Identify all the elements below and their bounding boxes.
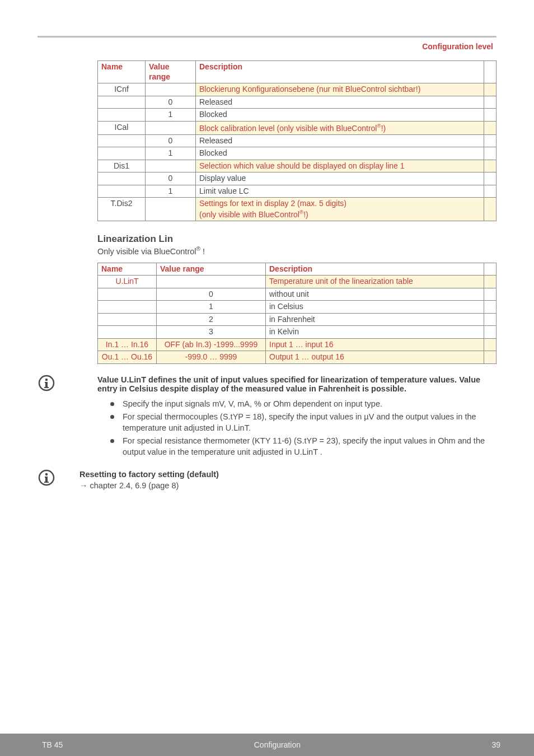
th-value-range: Value range: [146, 61, 196, 83]
cell-desc: Block calibration level (only visible wi…: [196, 121, 484, 134]
table-header-row: Name Value range Description: [98, 61, 496, 83]
svg-point-3: [45, 473, 48, 476]
cell-name: [98, 313, 157, 326]
parameter-table-1: Name Value range Description ICnf Blocki…: [97, 60, 496, 221]
table-row: 3 in Kelvin: [98, 326, 496, 339]
cell-desc: Released: [196, 134, 484, 147]
cell-desc: Blocked: [196, 109, 484, 122]
table-row: In.1 … In.16 OFF (ab In.3) -1999...9999 …: [98, 338, 496, 351]
cell-desc: in Fahrenheit: [266, 313, 484, 326]
cell-name: [98, 301, 157, 314]
cell-vr: 1: [146, 147, 196, 160]
cell-end: [484, 160, 496, 172]
cell-vr: [146, 121, 196, 134]
cell-name: [98, 185, 146, 198]
cell-name: Ou.1 … Ou.16: [98, 351, 157, 364]
table-row: 1 in Celsius: [98, 301, 496, 314]
cell-name: [98, 288, 157, 301]
cell-name: [98, 172, 146, 185]
table-row: 0 Display value: [98, 172, 496, 185]
cell-name: [98, 147, 146, 160]
cell-name: ICal: [98, 121, 146, 134]
cell-desc: Limit value LC: [196, 185, 484, 198]
cell-desc: Released: [196, 96, 484, 109]
th-description: Description: [266, 263, 484, 276]
cell-end: [484, 147, 496, 160]
table-header-row: Name Value range Description: [98, 263, 496, 276]
table-row: ICnf Blockierung Konfigurationsebene (nu…: [98, 83, 496, 96]
cell-desc: Output 1 … output 16: [266, 351, 484, 364]
info-icon: [38, 469, 55, 487]
linearization-table: Name Value range Description U.LinT Temp…: [97, 263, 496, 364]
cell-vr: 1: [157, 301, 266, 314]
cell-name: In.1 … In.16: [98, 338, 157, 351]
table-row: 1 Blocked: [98, 147, 496, 160]
list-item: For special thermocouples (S.tYP = 18), …: [110, 412, 496, 433]
cell-name: Dis1: [98, 160, 146, 172]
cell-vr: [157, 276, 266, 288]
table-row: Ou.1 … Ou.16 -999.0 … 9999 Output 1 … ou…: [98, 351, 496, 364]
cell-vr: 0: [146, 134, 196, 147]
info-note-1: Value U.LinT defines the unit of input v…: [97, 375, 496, 393]
cell-name: T.Dis2: [98, 198, 146, 221]
cell-desc: Display value: [196, 172, 484, 185]
cell-vr: 1: [146, 185, 196, 198]
bullet-list: Specify the input signals mV, V, mA, % o…: [110, 399, 496, 458]
footer-page-number: 39: [491, 740, 500, 749]
cell-end: [484, 338, 496, 351]
reset-heading: Resetting to factory setting (default): [79, 470, 496, 479]
cell-end: [484, 351, 496, 364]
cell-end: [484, 83, 496, 96]
cell-end: [484, 172, 496, 185]
th-end: [484, 263, 496, 276]
section-title: Configuration level: [422, 42, 493, 51]
cell-desc: Blockierung Konfigurationsebene (nur mit…: [196, 83, 484, 96]
cell-desc: Temperature unit of the linearization ta…: [266, 276, 484, 288]
table-row: U.LinT Temperature unit of the lineariza…: [98, 276, 496, 288]
table-row: T.Dis2 Settings for text in display 2 (m…: [98, 198, 496, 221]
cell-vr: [146, 83, 196, 96]
table-row: 0 without unit: [98, 288, 496, 301]
table-row: 1 Blocked: [98, 109, 496, 122]
cell-vr: 0: [157, 288, 266, 301]
cell-vr: [146, 160, 196, 172]
cell-desc: without unit: [266, 288, 484, 301]
list-item: Specify the input signals mV, V, mA, % o…: [110, 399, 496, 410]
cell-vr: -999.0 … 9999: [157, 351, 266, 364]
th-end: [484, 61, 496, 83]
cell-name: U.LinT: [98, 276, 157, 288]
footer-left: TB 45: [42, 740, 63, 749]
table-row: ICal Block calibration level (only visib…: [98, 121, 496, 134]
th-name: Name: [98, 263, 157, 276]
cell-name: ICnf: [98, 83, 146, 96]
table-row: Dis1 Selection which value should be dis…: [98, 160, 496, 172]
cell-end: [484, 109, 496, 122]
th-value-range: Value range: [157, 263, 266, 276]
cell-end: [484, 198, 496, 221]
page-footer: TB 45 Configuration 39: [0, 734, 534, 756]
cell-vr: 2: [157, 313, 266, 326]
cell-end: [484, 121, 496, 134]
cell-end: [484, 313, 496, 326]
reset-reference: → chapter 2.4, 6.9 (page 8): [79, 481, 496, 490]
cell-desc: in Kelvin: [266, 326, 484, 339]
table-row: 0 Released: [98, 96, 496, 109]
th-description: Description: [196, 61, 484, 83]
footer-center: Configuration: [254, 740, 301, 749]
info-icon: [38, 374, 55, 392]
linearization-heading: Linearization Lin: [97, 234, 496, 245]
cell-end: [484, 134, 496, 147]
cell-desc: Settings for text in display 2 (max. 5 d…: [196, 198, 484, 221]
cell-vr: 0: [146, 172, 196, 185]
cell-desc: in Celsius: [266, 301, 484, 314]
cell-vr: 3: [157, 326, 266, 339]
cell-desc: Selection which value should be displaye…: [196, 160, 484, 172]
linearization-subtitle: Only visible via BlueControl® !: [97, 246, 496, 256]
cell-end: [484, 185, 496, 198]
cell-end: [484, 276, 496, 288]
cell-name: [98, 134, 146, 147]
cell-vr: OFF (ab In.3) -1999...9999: [157, 338, 266, 351]
svg-point-1: [45, 378, 48, 381]
cell-end: [484, 301, 496, 314]
cell-desc: Blocked: [196, 147, 484, 160]
